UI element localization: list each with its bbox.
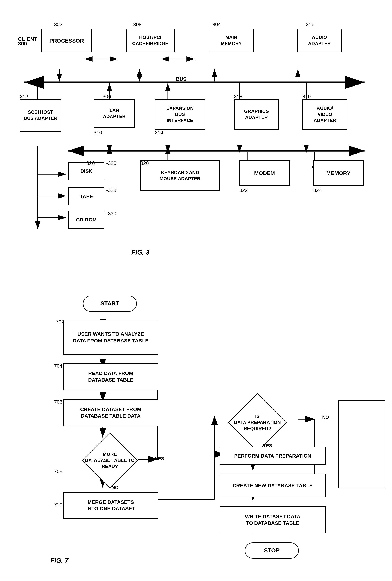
ref-318: 318	[234, 94, 242, 100]
no-path-box	[338, 400, 385, 488]
ref-319: 319	[302, 94, 311, 100]
no-label-712: NO	[322, 414, 329, 420]
ref-704: 704	[54, 363, 62, 369]
node-706: CREATE DATASET FROMDATABASE TABLE DATA	[63, 399, 158, 426]
ref-322: 322	[239, 188, 248, 193]
ref-324: 324	[313, 188, 322, 193]
ref-306: 306	[103, 94, 111, 100]
node-712-container: ISDATA PREPARATIONREQUIRED?	[212, 400, 302, 445]
ref-304: 304	[212, 22, 221, 28]
graphics-box: GRAPHICSADAPTER	[234, 99, 279, 130]
lan-box: LANADAPTER	[94, 99, 135, 128]
page: BUS	[0, 0, 392, 581]
fig7-diagram: START 702 USER WANTS TO ANALYZEDATA FROM…	[14, 288, 378, 577]
ref-708: 708	[54, 468, 62, 474]
processor-box: PROCESSOR	[41, 29, 92, 52]
node-710: MERGE DATASETSINTO ONE DATASET	[63, 492, 158, 519]
audio-video-box: AUDIO/VIDEOADAPTER	[302, 99, 347, 130]
ref-326: -326	[106, 160, 116, 166]
ref-308: 308	[133, 22, 142, 28]
tape-box: TAPE	[68, 188, 104, 206]
scsi-box: SCSI HOSTBUS ADAPTER	[20, 99, 61, 132]
node-702: USER WANTS TO ANALYZEDATA FROM DATABASE …	[63, 320, 158, 355]
svg-text:BUS: BUS	[176, 76, 187, 82]
modem-box: MODEM	[239, 160, 290, 186]
stop-terminal: STOP	[245, 542, 299, 559]
fig3-caption: FIG. 3	[131, 249, 149, 256]
ref-706: 706	[54, 399, 62, 405]
ref-316: 316	[306, 22, 314, 28]
ref-328: -328	[106, 188, 116, 193]
cdrom-box: CD-ROM	[68, 211, 104, 229]
ref-330: -330	[106, 211, 116, 216]
fig3-diagram: BUS	[14, 11, 378, 278]
host-pci-box: HOST/PCICACHE/BRIDGE	[126, 29, 175, 52]
ref-310: 310	[94, 130, 102, 136]
ref-320: 320	[140, 160, 149, 166]
fig7-caption: FIG. 7	[50, 557, 68, 564]
ref-302: 302	[54, 22, 62, 28]
audio-adapter-box: AUDIOADAPTER	[297, 29, 342, 52]
no-label-708: NO	[112, 485, 119, 490]
client-ref: 300	[18, 40, 27, 47]
keyboard-box: KEYBOARD ANDMOUSE ADAPTER	[140, 160, 219, 191]
yes-label-708: YES	[155, 456, 164, 462]
main-memory-box: MAINMEMORY	[209, 29, 254, 52]
node-716: CREATE NEW DATABASE TABLE	[219, 474, 326, 498]
ref-710: 710	[54, 502, 62, 508]
ref-312: 312	[20, 94, 28, 100]
expansion-box: EXPANSIONBUSINTERFACE	[155, 99, 205, 130]
node-718: WRITE DATASET DATATO DATABASE TABLE	[219, 506, 326, 534]
node-714: PERFORM DATA PREPARATION	[219, 447, 326, 465]
node-708-container: MOREDATABASE TABLE TOREAD?	[67, 438, 153, 483]
memory-box: MEMORY	[313, 160, 364, 186]
start-terminal: START	[83, 296, 137, 312]
node-704: READ DATA FROMDATABASE TABLE	[63, 363, 158, 390]
ref-320b: 320	[86, 160, 95, 166]
ref-314: 314	[155, 130, 163, 136]
